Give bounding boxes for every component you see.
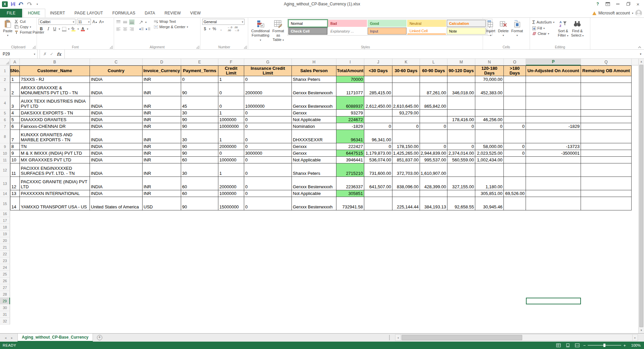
row-header-15[interactable]: 15 bbox=[0, 197, 10, 210]
cell[interactable]: INR bbox=[143, 130, 181, 143]
row-header-10[interactable]: 10 bbox=[0, 150, 10, 157]
cell[interactable]: Not Applicable bbox=[292, 116, 336, 123]
cell[interactable] bbox=[581, 123, 632, 130]
cell[interactable]: 0 bbox=[244, 130, 292, 143]
row-header-24[interactable]: 24 bbox=[0, 264, 10, 271]
conditional-formatting-button[interactable]: ≠ Conditional Formatting ▾ bbox=[250, 19, 271, 43]
zoom-thumb[interactable] bbox=[603, 344, 605, 347]
cell[interactable] bbox=[447, 76, 475, 83]
cell[interactable]: 3 bbox=[10, 96, 20, 110]
row-header-32[interactable]: 32 bbox=[0, 318, 10, 325]
cell[interactable] bbox=[526, 76, 581, 83]
scroll-up-icon[interactable]: ▲ bbox=[639, 59, 644, 64]
help-icon[interactable]: ? bbox=[593, 1, 602, 7]
cell[interactable]: 14 bbox=[10, 197, 20, 210]
column-header-B[interactable]: B bbox=[20, 59, 90, 65]
cell[interactable] bbox=[392, 76, 420, 83]
cell[interactable]: 30,945.46 bbox=[475, 197, 504, 210]
style-normal[interactable]: Normal bbox=[288, 20, 327, 27]
autosum-button[interactable]: Σ AutoSum▾ bbox=[532, 19, 554, 25]
cell[interactable]: INDIA bbox=[90, 110, 143, 116]
cell[interactable]: 0 bbox=[420, 143, 447, 150]
cell[interactable]: DAKSXXX EXPORTS - TN bbox=[20, 110, 90, 116]
cell[interactable] bbox=[504, 116, 526, 123]
cell[interactable]: Not Applicable bbox=[292, 190, 336, 197]
cell[interactable]: 11 bbox=[10, 163, 20, 177]
cell[interactable]: 6 bbox=[10, 123, 20, 130]
paste-button[interactable]: Paste ▾ bbox=[2, 19, 14, 38]
find-select-button[interactable]: Find & Select ▾ bbox=[570, 19, 585, 39]
scroll-right-icon[interactable]: ▸ bbox=[632, 334, 638, 341]
cell[interactable]: 1,180.00 bbox=[475, 177, 504, 190]
row-header-26[interactable]: 26 bbox=[0, 278, 10, 284]
cell[interactable]: 8 bbox=[10, 143, 20, 150]
cell[interactable]: 2000000 bbox=[244, 83, 292, 96]
increase-indent-icon[interactable] bbox=[145, 27, 151, 32]
cell[interactable]: 0 bbox=[244, 197, 292, 210]
cell[interactable]: 0 bbox=[218, 96, 244, 110]
column-header-G[interactable]: G bbox=[244, 59, 292, 65]
cell[interactable]: KUNXXX GRANITES AND MARBLE EXPORTS - TN bbox=[20, 130, 90, 143]
header-cell-M[interactable]: 90-120 Days bbox=[447, 65, 475, 76]
insert-cells-button[interactable]: Insert▾ bbox=[485, 19, 497, 38]
cell[interactable]: 0 bbox=[244, 157, 292, 163]
tab-splitter[interactable] bbox=[389, 335, 390, 340]
enter-formula-icon[interactable]: ✓ bbox=[50, 52, 53, 56]
cell[interactable]: INR bbox=[143, 163, 181, 177]
cell[interactable]: 1000000 bbox=[218, 157, 244, 163]
percent-format-icon[interactable]: % bbox=[212, 26, 217, 32]
row-header-25[interactable]: 25 bbox=[0, 271, 10, 278]
cell[interactable]: 10000000 bbox=[218, 123, 244, 130]
cell[interactable]: INR bbox=[143, 116, 181, 123]
cell[interactable]: 0 bbox=[364, 123, 392, 130]
format-cells-button[interactable]: Format▾ bbox=[510, 19, 524, 38]
align-middle-icon[interactable] bbox=[122, 19, 128, 25]
cell[interactable]: 838,096.00 bbox=[392, 177, 420, 190]
row-header-9[interactable]: 9 bbox=[0, 143, 10, 150]
cell[interactable]: 60 bbox=[181, 190, 218, 197]
zoom-in-icon[interactable]: + bbox=[623, 343, 626, 348]
cell[interactable] bbox=[420, 110, 447, 116]
cell[interactable] bbox=[364, 197, 392, 210]
italic-button[interactable]: I bbox=[45, 26, 51, 32]
header-cell-D[interactable]: Invoice_Currency bbox=[143, 65, 181, 76]
cell[interactable]: 9 bbox=[10, 150, 20, 157]
account-area[interactable]: Microsoft account ▾ bbox=[592, 10, 642, 16]
cell[interactable] bbox=[420, 116, 447, 123]
cell[interactable] bbox=[581, 143, 632, 150]
header-cell-Q[interactable]: Remaining OB Amount bbox=[581, 65, 632, 76]
cell[interactable] bbox=[420, 190, 447, 197]
cell[interactable]: DHXXXSEXXR bbox=[292, 130, 336, 143]
cell[interactable] bbox=[526, 190, 581, 197]
header-cell-G[interactable]: Insurance Credit Limit bbox=[244, 65, 292, 76]
collapse-ribbon-icon[interactable] bbox=[638, 46, 641, 48]
cell[interactable]: 58,000.00 bbox=[475, 143, 504, 150]
style-input[interactable]: Input bbox=[368, 28, 407, 35]
style-bad[interactable]: Bad bbox=[328, 20, 367, 27]
font-size-select[interactable]: 11▾ bbox=[77, 19, 91, 25]
cell[interactable] bbox=[526, 110, 581, 116]
cell[interactable]: INDIA bbox=[90, 130, 143, 143]
tab-page-layout[interactable]: PAGE LAYOUT bbox=[70, 9, 108, 17]
cell[interactable]: 2000000 bbox=[218, 177, 244, 190]
cell[interactable]: 4 bbox=[10, 110, 20, 116]
cell[interactable]: 0 bbox=[244, 163, 292, 177]
cell[interactable] bbox=[581, 163, 632, 177]
cell[interactable]: 60 bbox=[181, 177, 218, 190]
cell[interactable]: Gerxxx Besterwxxxh bbox=[292, 83, 336, 96]
decrease-indent-icon[interactable] bbox=[139, 27, 144, 32]
ribbon-display-options-icon[interactable] bbox=[603, 1, 612, 7]
cell[interactable] bbox=[420, 130, 447, 143]
cell[interactable]: 1 bbox=[218, 163, 244, 177]
cell[interactable]: 1000000 bbox=[218, 190, 244, 197]
name-box[interactable]: P29▾ bbox=[0, 50, 38, 58]
cell[interactable]: Gerxxx Besterwxxxh bbox=[292, 96, 336, 110]
horizontal-scrollbar[interactable]: ◂ ▸ bbox=[395, 334, 638, 341]
tab-insert[interactable]: INSERT bbox=[45, 9, 70, 17]
cell[interactable]: 0 bbox=[475, 123, 504, 130]
cell[interactable] bbox=[504, 96, 526, 110]
cell[interactable]: INDIA bbox=[90, 76, 143, 83]
sort-filter-button[interactable]: AZ Sort & Filter ▾ bbox=[556, 19, 570, 39]
row-header-12[interactable]: 12 bbox=[0, 163, 10, 177]
tab-review[interactable]: REVIEW bbox=[160, 9, 185, 17]
